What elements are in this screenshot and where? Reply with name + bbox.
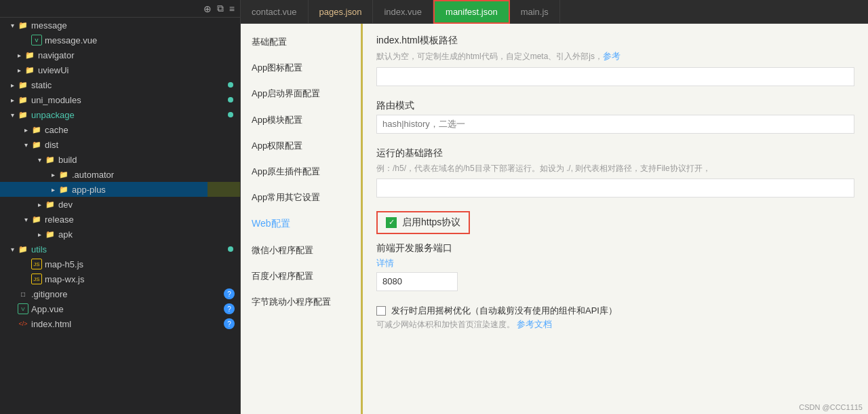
nav-app-icon[interactable]: App图标配置 (241, 55, 361, 81)
tab-pages-json[interactable]: pages.json (309, 0, 374, 24)
chevron-icon (20, 214, 31, 225)
menu-icon[interactable]: ≡ (229, 3, 235, 14)
nav-app-module[interactable]: App模块配置 (241, 107, 361, 133)
port-detail-link[interactable]: 详情 (376, 258, 394, 268)
index-html-label: index.html模板路径 (376, 35, 854, 47)
tree-label: map-h5.js (45, 260, 83, 269)
nav-wechat-mp[interactable]: 微信小程序配置 (241, 238, 361, 263)
app-settings-section: ✓ 启用https协议 (376, 211, 854, 234)
folder-icon: 📁 (18, 79, 28, 90)
chevron-icon (7, 109, 18, 120)
router-mode-section: 路由模式 (376, 100, 854, 134)
tree-item-app-vue[interactable]: V App.vue ? (0, 301, 240, 316)
tree-item-dist[interactable]: 📁 dist (0, 137, 240, 152)
tree-label: .gitignore (31, 290, 67, 299)
tree-label: .automator (72, 170, 114, 179)
tab-main-js[interactable]: main.js (510, 0, 560, 24)
tree-label: uni_modules (31, 96, 81, 105)
tree-item-gitignore[interactable]: □ .gitignore ? (0, 286, 240, 301)
tree-item-unpackage[interactable]: 📁 unpackage (0, 107, 240, 122)
sidebar-toolbar: ⊕ ⧉ ≡ (0, 0, 240, 18)
folder-icon: 📁 (18, 109, 28, 120)
tree-shaking-label: 发行时启用摇树优化（自动裁剪没有使用的组件和API库） (391, 305, 617, 317)
nav-app-common[interactable]: App常用其它设置 (241, 185, 361, 210)
tree-shaking-link[interactable]: 参考文档 (517, 319, 552, 329)
base-path-label: 运行的基础路径 (376, 147, 854, 159)
folder-icon: 📁 (24, 64, 35, 75)
index-html-section: index.html模板路径 默认为空，可定制生成的html代码，自定义meta… (376, 35, 854, 86)
js-icon: JS (31, 274, 42, 284)
port-label: 前端开发服务端口 (376, 242, 854, 255)
question-badge: ? (224, 303, 235, 314)
folder-icon: 📁 (18, 20, 28, 31)
tree-label: message.vue (45, 36, 97, 45)
tab-manifest-json[interactable]: manifest.json (433, 0, 510, 24)
tree-label: unpackage (31, 111, 75, 119)
base-path-input[interactable] (376, 178, 854, 197)
vue-icon: V (31, 35, 42, 45)
tree-item-apk[interactable]: 📁 apk (0, 227, 240, 242)
modified-dot (228, 82, 233, 88)
nav-app-permission[interactable]: App权限配置 (241, 133, 361, 159)
nav-baidu-mp[interactable]: 百度小程序配置 (241, 263, 361, 289)
https-checkbox[interactable]: ✓ (386, 217, 397, 228)
tree-item-index-html[interactable]: </> index.html ? (0, 316, 240, 331)
index-html-hint-link[interactable]: 参考 (603, 51, 620, 61)
index-html-input[interactable] (376, 67, 854, 86)
nav-app-splash[interactable]: App启动界面配置 (241, 81, 361, 107)
tree-item-message[interactable]: 📁 message (0, 18, 240, 33)
tree-item-static[interactable]: 📁 static (0, 77, 240, 92)
router-mode-input[interactable] (376, 115, 854, 134)
folder-icon: 📁 (18, 94, 28, 105)
nav-bytedance-mp[interactable]: 字节跳动小程序配置 (241, 289, 361, 315)
tree-label: message (31, 21, 67, 30)
tree-label: uviewUi (38, 66, 69, 75)
chevron-icon (34, 154, 45, 165)
tree-label: index.html (31, 320, 71, 328)
port-input[interactable] (376, 272, 458, 291)
tree-item-map-h5[interactable]: JS map-h5.js (0, 257, 240, 271)
tree-item-automator[interactable]: 📁 .automator (0, 167, 240, 182)
tree-item-uni-modules[interactable]: 📁 uni_modules (0, 92, 240, 107)
copy-icon[interactable]: ⧉ (217, 3, 224, 14)
tree-item-message-vue[interactable]: V message.vue (0, 33, 240, 48)
tree-label: App.vue (31, 305, 64, 314)
add-folder-icon[interactable]: ⊕ (203, 3, 212, 14)
tree-item-utils[interactable]: 📁 utils (0, 242, 240, 257)
tree-item-cache[interactable]: 📁 cache (0, 122, 240, 137)
https-row: ✓ 启用https协议 (376, 211, 854, 234)
html-icon: </> (18, 318, 28, 329)
settings-form: index.html模板路径 默认为空，可定制生成的html代码，自定义meta… (363, 24, 868, 414)
tree-item-app-plus[interactable]: 📁 app-plus (0, 182, 240, 197)
tree-item-dev[interactable]: 📁 dev (0, 197, 240, 212)
tree-item-release[interactable]: 📁 release (0, 212, 240, 227)
https-label: 启用https协议 (402, 217, 460, 229)
modified-dot (228, 97, 233, 102)
folder-icon: 📁 (31, 124, 42, 135)
index-html-hint: 默认为空，可定制生成的html代码，自定义meta、引入外部js，参考 (376, 50, 854, 63)
https-checkbox-container: ✓ 启用https协议 (376, 211, 470, 234)
nav-basic[interactable]: 基础配置 (241, 29, 361, 55)
modified-dot (228, 246, 233, 252)
folder-icon: 📁 (31, 139, 42, 150)
nav-web-config[interactable]: Web配置 (241, 210, 361, 238)
base-path-section: 运行的基础路径 例：/h5/，代表在域名的/h5目录下部署运行。如设为 ./, … (376, 147, 854, 197)
tree-shaking-checkbox[interactable] (376, 306, 386, 316)
tab-contact-vue[interactable]: contact.vue (241, 0, 309, 24)
tree-label: apk (58, 230, 73, 239)
tab-index-vue[interactable]: index.vue (373, 0, 433, 24)
chevron-icon (47, 184, 58, 195)
tree-item-build[interactable]: 📁 build (0, 152, 240, 167)
chevron-icon (20, 124, 31, 135)
editor-area: 基础配置 App图标配置 App启动界面配置 App模块配置 App权限配置 A… (241, 24, 868, 414)
tree-shaking-hint: 可减少网站体积和加快首页渲染速度。 参考文档 (376, 318, 854, 331)
tree-item-navigator[interactable]: 📁 navigator (0, 48, 240, 62)
tree-item-map-wx[interactable]: JS map-wx.js (0, 271, 240, 286)
vue-icon: V (18, 303, 28, 314)
question-badge: ? (224, 318, 235, 329)
base-path-hint: 例：/h5/，代表在域名的/h5目录下部署运行。如设为 ./, 则代表相对路径，… (376, 162, 854, 174)
nav-app-native[interactable]: App原生插件配置 (241, 159, 361, 185)
folder-icon: 📁 (31, 214, 42, 225)
chevron-icon (7, 79, 18, 90)
tree-item-uviewui[interactable]: 📁 uviewUi (0, 62, 240, 77)
